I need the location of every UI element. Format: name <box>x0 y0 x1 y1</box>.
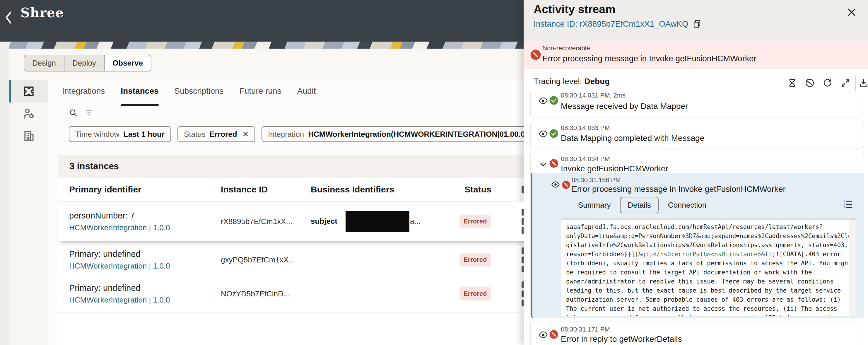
person-plug-icon <box>22 107 35 120</box>
instance-id-text: Instance ID: rX8895b7EfCm1xX1_OAwKQ <box>533 19 688 29</box>
svg-text:2: 2 <box>843 203 845 206</box>
observe-content: Integrations Instances Subscriptions Fut… <box>48 80 524 345</box>
success-icon <box>549 96 558 105</box>
chip-label: Integration <box>268 130 304 139</box>
view-payload-button[interactable] <box>538 130 548 138</box>
tab-subscriptions[interactable]: Subscriptions <box>175 86 224 106</box>
error-icon <box>549 159 558 168</box>
error-icon <box>562 180 570 189</box>
chip-label: Time window <box>75 130 120 139</box>
refresh-icon <box>823 78 833 88</box>
search-button[interactable] <box>69 108 78 117</box>
clipped-text-fragment <box>522 209 524 216</box>
svg-text:3: 3 <box>843 206 845 209</box>
error-message: Error processing message in Invoke getFu… <box>542 54 756 63</box>
close-button[interactable] <box>846 7 857 18</box>
integration-link[interactable]: HCMWorkerIntegration | 1.0.0 <box>69 223 170 232</box>
clipped-column-cell <box>522 209 524 234</box>
filter-button[interactable] <box>85 108 93 117</box>
instance-id-link[interactable]: Instance ID: rX8895b7EfCm1xX1_OAwKQ <box>533 19 701 29</box>
rail-item-integrations[interactable] <box>9 80 48 102</box>
error-severity: Non-recoverable <box>542 44 756 52</box>
error-detail-code[interactable]: saasfaprod1.fa.ocs.oraclecloud.com/hcmRe… <box>561 218 856 316</box>
download-button[interactable] <box>859 78 868 88</box>
rail-item-agents[interactable] <box>9 102 48 125</box>
integration-link[interactable]: HCMWorkerIntegration | 1.0.0 <box>69 295 170 304</box>
table-row[interactable]: personNumber: 7 HCMWorkerIntegration | 1… <box>58 201 524 241</box>
clipped-text-fragment <box>522 227 524 234</box>
table-row[interactable]: Primary: undefined HCMWorkerIntegration … <box>58 275 524 313</box>
chip-status[interactable]: Status Errored ✕ <box>178 126 255 142</box>
top-bar: Shree <box>0 0 524 41</box>
entry-title: Message received by Data Mapper <box>561 102 688 111</box>
integration-link[interactable]: HCMWorkerIntegration | 1.0.0 <box>69 261 170 271</box>
error-icon <box>549 330 558 339</box>
chip-time-window[interactable]: Time window Last 1 hour <box>69 126 171 142</box>
collapse-button[interactable] <box>538 160 548 169</box>
tab-future-runs[interactable]: Future runs <box>240 86 281 106</box>
table-row[interactable]: Primary: undefined HCMWorkerIntegration … <box>58 245 524 275</box>
entry-title: Invoke getFusionHCMWorker <box>561 164 668 174</box>
rail-item-organization[interactable] <box>9 125 48 147</box>
error-detail-panel: 08:30:31.158 PM Error processing message… <box>531 174 864 318</box>
activity-entry[interactable]: 08:30:14.033 PM Data Mapping completed w… <box>530 121 864 149</box>
clipped-text-fragment <box>522 290 524 297</box>
download-icon <box>859 78 868 88</box>
activity-stream-panel: Activity stream Instance ID: rX8895b7EfC… <box>524 0 868 345</box>
entry-timestamp: 08:30:14.033 PM <box>561 124 610 132</box>
tab-connection[interactable]: Connection <box>661 197 713 213</box>
eye-icon <box>538 331 548 339</box>
refresh-button[interactable] <box>823 78 833 88</box>
code-scrollbar-vertical[interactable] <box>849 220 856 316</box>
search-icon <box>69 108 78 117</box>
instances-count: 3 instances <box>58 155 524 178</box>
business-identifiers-cell: subject a... <box>311 211 421 232</box>
deploy-tab-button[interactable]: Deploy <box>64 55 104 71</box>
view-payload-button[interactable] <box>538 331 548 339</box>
activity-entry[interactable]: 08:30:14.031 PM, 2ms Message received by… <box>530 93 864 118</box>
tab-audit[interactable]: Audit <box>297 86 316 106</box>
clipped-text-fragment <box>522 186 524 193</box>
error-detail-tabs: Summary Details Connection <box>571 197 713 213</box>
entry-timestamp: 08:30:14.031 PM, 2ms <box>561 93 625 99</box>
chip-value: Errored <box>210 130 237 139</box>
page-title: Shree <box>21 5 64 20</box>
abort-button[interactable] <box>805 78 815 88</box>
error-banner: Non-recoverable Error processing message… <box>524 41 868 69</box>
filter-icon <box>85 108 93 117</box>
clipped-text-fragment <box>522 256 524 263</box>
primary-identifier: Primary: undefined <box>69 249 170 259</box>
duration-button[interactable] <box>787 78 797 88</box>
column-header-status: Status <box>464 185 491 194</box>
close-icon <box>846 7 857 18</box>
chip-value: HCMWorkerIntegration(HCMWORKERINTEGRATIO… <box>308 130 524 139</box>
activity-entry[interactable]: 08:30:31.171 PM Error in reply to getWor… <box>530 321 864 345</box>
clipped-column-cell <box>522 248 524 272</box>
code-scrollbar-horizontal[interactable] <box>561 218 856 220</box>
view-payload-button[interactable] <box>538 97 548 104</box>
business-identifier-suffix: a... <box>410 217 421 226</box>
panel-title: Activity stream <box>533 3 616 16</box>
back-chevron-icon <box>3 9 14 26</box>
tab-integrations[interactable]: Integrations <box>62 86 105 106</box>
error-icon <box>530 49 541 60</box>
tab-instances[interactable]: Instances <box>121 86 158 106</box>
remove-filter-icon[interactable]: ✕ <box>243 130 249 138</box>
line-numbers-button[interactable]: 1 2 3 <box>842 198 853 209</box>
view-payload-button[interactable] <box>551 181 560 188</box>
clipped-text-fragment <box>522 300 524 306</box>
tab-summary[interactable]: Summary <box>571 197 617 213</box>
tab-details[interactable]: Details <box>620 197 658 213</box>
clipped-text-fragment <box>522 248 524 254</box>
entry-timestamp: 08:30:31.171 PM <box>561 326 610 333</box>
copy-icon[interactable] <box>692 19 701 29</box>
design-tab-button[interactable]: Design <box>24 55 64 71</box>
expand-button[interactable] <box>840 78 850 88</box>
decorative-banner <box>9 41 524 49</box>
instances-table: Primary identifier Instance ID Business … <box>58 178 524 345</box>
observe-tab-button[interactable]: Observe <box>104 55 151 71</box>
status-badge: Errored <box>460 253 491 266</box>
back-button[interactable] <box>3 9 14 26</box>
primary-identifier: Primary: undefined <box>69 283 170 292</box>
chip-integration[interactable]: Integration HCMWorkerIntegration(HCMWORK… <box>261 126 524 142</box>
